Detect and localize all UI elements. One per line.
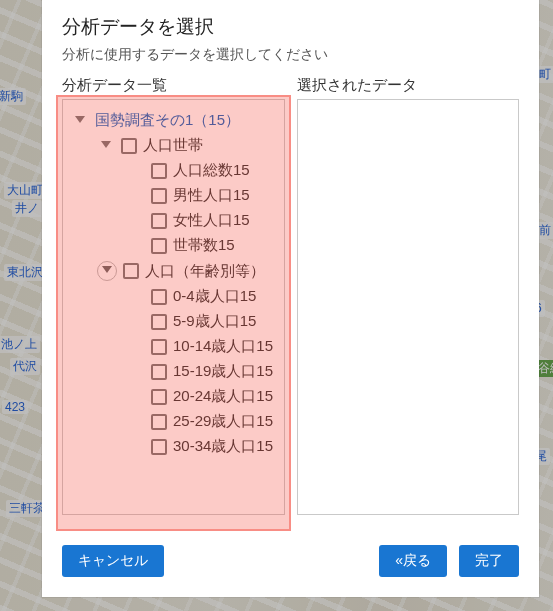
- selected-list-wrap: [297, 99, 520, 527]
- checkbox[interactable]: [151, 238, 167, 254]
- svg-marker-2: [102, 266, 112, 273]
- tree-leaf-label: 30-34歳人口15: [173, 437, 273, 456]
- tree-leaf[interactable]: 10-14歳人口15: [123, 334, 280, 359]
- checkbox[interactable]: [151, 213, 167, 229]
- tree-leaf[interactable]: 30-34歳人口15: [123, 434, 280, 459]
- expand-icon[interactable]: [97, 137, 115, 155]
- back-button-label: «戻る: [395, 552, 431, 570]
- checkbox[interactable]: [151, 289, 167, 305]
- svg-marker-1: [101, 141, 111, 148]
- select-data-dialog: 分析データを選択 分析に使用するデータを選択してください 分析データ一覧 国勢調…: [42, 0, 539, 597]
- tree-group-label: 人口（年齢別等）: [145, 262, 265, 281]
- tree-leaf[interactable]: 女性人口15: [123, 208, 280, 233]
- selected-data-column: 選択されたデータ: [297, 76, 520, 527]
- tree-group[interactable]: 人口（年齢別等）: [93, 258, 280, 284]
- checkbox[interactable]: [151, 364, 167, 380]
- tree-group-label: 人口世帯: [143, 136, 203, 155]
- available-data-tree[interactable]: 国勢調査その1（15） 人口世帯: [62, 99, 285, 515]
- dialog-footer: キャンセル «戻る 完了: [42, 527, 539, 597]
- footer-left-group: キャンセル: [62, 545, 164, 577]
- checkbox[interactable]: [151, 314, 167, 330]
- dialog-header: 分析データを選択 分析に使用するデータを選択してください: [42, 0, 539, 70]
- tree-leaf[interactable]: 0-4歳人口15: [123, 284, 280, 309]
- footer-right-group: «戻る 完了: [379, 545, 519, 577]
- checkbox[interactable]: [151, 439, 167, 455]
- tree-leaf[interactable]: 5-9歳人口15: [123, 309, 280, 334]
- checkbox[interactable]: [151, 339, 167, 355]
- tree-leaf[interactable]: 20-24歳人口15: [123, 384, 280, 409]
- back-button[interactable]: «戻る: [379, 545, 447, 577]
- dialog-body: 分析データ一覧 国勢調査その1（15）: [42, 70, 539, 527]
- tree-category[interactable]: 国勢調査その1（15）: [67, 108, 280, 133]
- finish-button-label: 完了: [475, 552, 503, 570]
- expand-icon[interactable]: [97, 261, 117, 281]
- selected-data-heading: 選択されたデータ: [297, 76, 520, 95]
- checkbox[interactable]: [123, 263, 139, 279]
- tree-category-label: 国勢調査その1（15）: [95, 111, 240, 130]
- checkbox[interactable]: [151, 414, 167, 430]
- finish-button[interactable]: 完了: [459, 545, 519, 577]
- available-list-wrap: 国勢調査その1（15） 人口世帯: [62, 99, 285, 527]
- tree-group-children: 人口総数15 男性人口15 女性人口15: [93, 158, 280, 258]
- available-data-column: 分析データ一覧 国勢調査その1（15）: [62, 76, 285, 527]
- tree-leaf[interactable]: 25-29歳人口15: [123, 409, 280, 434]
- tree-leaf-label: 世帯数15: [173, 236, 235, 255]
- dialog-subtitle: 分析に使用するデータを選択してください: [62, 46, 519, 64]
- tree-leaf-label: 10-14歳人口15: [173, 337, 273, 356]
- cancel-button-label: キャンセル: [78, 552, 148, 570]
- tree-leaf-label: 男性人口15: [173, 186, 250, 205]
- expand-icon[interactable]: [71, 112, 89, 130]
- tree-leaf-label: 0-4歳人口15: [173, 287, 256, 306]
- tree-leaf-label: 人口総数15: [173, 161, 250, 180]
- available-data-heading: 分析データ一覧: [62, 76, 285, 95]
- tree-group-children: 0-4歳人口15 5-9歳人口15 10: [93, 284, 280, 459]
- checkbox[interactable]: [121, 138, 137, 154]
- tree-leaf[interactable]: 15-19歳人口15: [123, 359, 280, 384]
- selected-data-list[interactable]: [297, 99, 520, 515]
- checkbox[interactable]: [151, 163, 167, 179]
- tree-leaf-label: 25-29歳人口15: [173, 412, 273, 431]
- tree-leaf[interactable]: 男性人口15: [123, 183, 280, 208]
- tree-leaf-label: 女性人口15: [173, 211, 250, 230]
- tree-leaf-label: 15-19歳人口15: [173, 362, 273, 381]
- dialog-title: 分析データを選択: [62, 14, 519, 40]
- checkbox[interactable]: [151, 389, 167, 405]
- tree-leaf[interactable]: 人口総数15: [123, 158, 280, 183]
- tree-leaf-label: 20-24歳人口15: [173, 387, 273, 406]
- cancel-button[interactable]: キャンセル: [62, 545, 164, 577]
- checkbox[interactable]: [151, 188, 167, 204]
- tree-group[interactable]: 人口世帯: [93, 133, 280, 158]
- svg-marker-0: [75, 116, 85, 123]
- tree-leaf[interactable]: 世帯数15: [123, 233, 280, 258]
- tree-leaf-label: 5-9歳人口15: [173, 312, 256, 331]
